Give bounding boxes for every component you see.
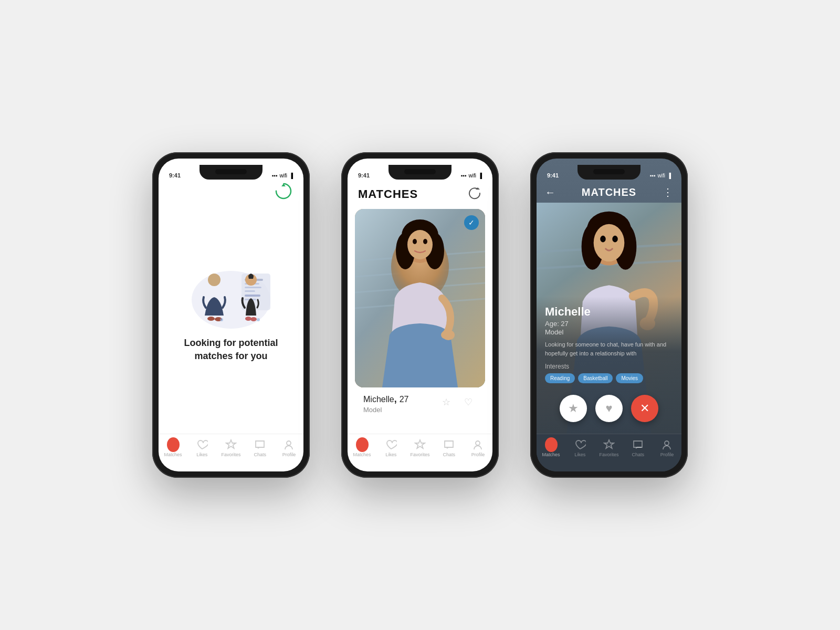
matches-icon-2 xyxy=(356,438,369,451)
phone-3-time: 9:41 xyxy=(547,172,559,178)
phone-1: 9:41 ▪▪▪ wifi ▐ xyxy=(152,152,310,478)
nav-likes-2[interactable]: Likes xyxy=(376,438,405,457)
back-button[interactable]: ← xyxy=(545,186,555,198)
nav-chats-2[interactable]: Chats xyxy=(435,438,464,457)
svg-point-28 xyxy=(407,230,433,259)
svg-point-30 xyxy=(423,239,427,244)
phone-3-header: ← MATCHES ⋮ xyxy=(537,182,681,203)
nav-favorites-2[interactable]: Favorites xyxy=(405,438,434,457)
signal-icon: ▪▪▪ xyxy=(272,173,278,178)
nav-matches-2[interactable]: Matches xyxy=(348,438,376,457)
interests-tags: Reading Basketball Movies xyxy=(545,373,673,383)
nav-matches[interactable]: Matches xyxy=(159,438,187,457)
close-action-button[interactable]: ✕ xyxy=(631,395,658,422)
phone-2-notch xyxy=(388,165,452,180)
chats-icon-3 xyxy=(632,438,644,451)
nav-favorites-label: Favorites xyxy=(222,452,241,457)
profile-bio: Looking for someone to chat, have fun wi… xyxy=(545,340,673,358)
nav-profile[interactable]: Profile xyxy=(275,438,303,457)
nav-profile-label-3: Profile xyxy=(660,452,674,457)
interest-reading[interactable]: Reading xyxy=(545,373,575,383)
phone-2-screen: 9:41 ▪▪▪ wifi ▐ MATCHES xyxy=(348,159,492,471)
phone-3-wrapper: 9:41 ▪▪▪ wifi ▐ ← MATCHES ⋮ xyxy=(530,152,688,478)
favorites-icon xyxy=(225,438,237,451)
svg-point-15 xyxy=(220,318,223,321)
phones-container: 9:41 ▪▪▪ wifi ▐ xyxy=(131,110,709,520)
phone-1-screen: 9:41 ▪▪▪ wifi ▐ xyxy=(159,159,303,471)
interest-basketball[interactable]: Basketball xyxy=(578,373,613,383)
svg-rect-6 xyxy=(245,290,255,292)
svg-point-40 xyxy=(594,224,625,261)
nav-likes-3[interactable]: Likes xyxy=(565,438,594,457)
nav-matches-label: Matches xyxy=(164,452,182,457)
profile-job: Model xyxy=(545,328,673,336)
profile-age: Age: 27 xyxy=(545,320,673,328)
profile-icon-2 xyxy=(471,438,484,451)
chats-icon-2 xyxy=(443,438,455,451)
nav-favorites-label-3: Favorites xyxy=(600,452,619,457)
refresh-button-2[interactable] xyxy=(467,186,482,203)
card-photo xyxy=(355,209,485,387)
svg-rect-7 xyxy=(245,295,260,297)
svg-point-14 xyxy=(250,317,257,321)
nav-favorites[interactable]: Favorites xyxy=(216,438,245,457)
nav-matches-3[interactable]: Matches xyxy=(537,438,565,457)
svg-point-42 xyxy=(612,236,617,243)
profile-photo-area: Michelle Age: 27 Model Looking for someo… xyxy=(537,203,681,434)
star-button[interactable]: ☆ xyxy=(438,394,455,411)
likes-icon-3 xyxy=(574,438,586,451)
phone-2-title: MATCHES xyxy=(358,187,418,201)
battery-icon: ▐ xyxy=(478,173,482,178)
phone-3-notch xyxy=(578,165,640,180)
heart-button[interactable]: ♡ xyxy=(460,394,477,411)
wifi-icon: wifi xyxy=(468,173,476,178)
loading-text: Looking for potential matches for you xyxy=(169,337,293,363)
phone-2-card-container: ✓ Michelle, 27 Model ☆ ♡ xyxy=(348,209,492,434)
svg-point-16 xyxy=(257,318,260,321)
phone-2-header: MATCHES xyxy=(348,182,492,209)
svg-point-29 xyxy=(413,239,417,244)
phone-2-wrapper: 9:41 ▪▪▪ wifi ▐ MATCHES xyxy=(341,152,499,478)
phone-1-wrapper: 9:41 ▪▪▪ wifi ▐ xyxy=(152,152,310,478)
profile-icon-3 xyxy=(660,438,673,451)
wifi-icon-3: wifi xyxy=(657,173,665,178)
wifi-icon: wifi xyxy=(279,173,287,178)
interests-label: Interests xyxy=(545,363,673,370)
card-info: Michelle, 27 Model ☆ ♡ xyxy=(355,387,485,418)
battery-icon-3: ▐ xyxy=(667,173,671,178)
phone-3-status-icons: ▪▪▪ wifi ▐ xyxy=(650,173,671,178)
svg-point-17 xyxy=(287,441,291,445)
action-buttons: ★ ♥ ✕ xyxy=(545,390,673,427)
heart-action-button[interactable]: ♥ xyxy=(595,395,623,422)
matches-icon-3 xyxy=(545,438,558,451)
phone-2-bottom-nav: Matches Likes Favorites xyxy=(348,434,492,471)
phone-3-screen: 9:41 ▪▪▪ wifi ▐ ← MATCHES ⋮ xyxy=(537,159,681,471)
nav-matches-label-2: Matches xyxy=(353,452,371,457)
nav-profile-2[interactable]: Profile xyxy=(464,438,492,457)
more-button[interactable]: ⋮ xyxy=(663,186,673,198)
nav-likes-label: Likes xyxy=(196,452,207,457)
nav-favorites-3[interactable]: Favorites xyxy=(594,438,623,457)
verified-badge: ✓ xyxy=(464,215,479,230)
nav-chats-label: Chats xyxy=(254,452,266,457)
svg-point-31 xyxy=(442,330,455,340)
phone-1-content: Looking for potential matches for you xyxy=(159,182,303,434)
nav-chats-3[interactable]: Chats xyxy=(624,438,653,457)
svg-point-41 xyxy=(600,236,605,243)
svg-point-9 xyxy=(208,274,220,286)
interest-movies[interactable]: Movies xyxy=(616,373,643,383)
nav-profile-3[interactable]: Profile xyxy=(653,438,681,457)
nav-chats[interactable]: Chats xyxy=(246,438,275,457)
matching-illustration xyxy=(178,253,284,337)
likes-icon xyxy=(196,438,208,451)
battery-icon: ▐ xyxy=(289,173,293,178)
nav-likes-label-2: Likes xyxy=(385,452,396,457)
star-action-button[interactable]: ★ xyxy=(560,395,587,422)
match-card[interactable]: ✓ xyxy=(355,209,485,387)
phone-1-bottom-nav: Matches Likes Favorites xyxy=(159,434,303,471)
nav-likes[interactable]: Likes xyxy=(187,438,216,457)
signal-icon: ▪▪▪ xyxy=(461,173,467,178)
phone-3: 9:41 ▪▪▪ wifi ▐ ← MATCHES ⋮ xyxy=(530,152,688,478)
likes-icon-2 xyxy=(385,438,397,451)
refresh-button[interactable] xyxy=(274,182,293,201)
